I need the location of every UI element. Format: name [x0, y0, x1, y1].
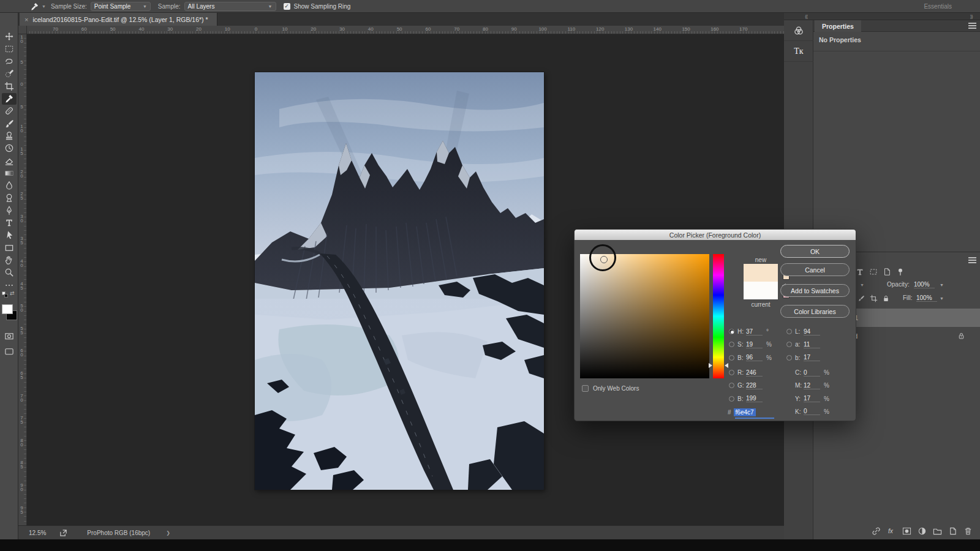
hue-slider-handle-right[interactable]	[725, 363, 728, 368]
sample-dropdown[interactable]: All Layers▼	[184, 2, 276, 11]
foreground-color-swatch[interactable]	[2, 304, 13, 314]
tool-history-brush[interactable]	[2, 143, 17, 154]
field-value[interactable]: 37	[746, 328, 763, 335]
blend-mode-chevron-icon[interactable]: ▼	[860, 283, 864, 287]
tab-properties[interactable]: Properties	[815, 20, 861, 32]
panel-menu-icon[interactable]	[968, 23, 976, 29]
tool-eyedropper[interactable]	[2, 93, 17, 105]
current-color-swatch[interactable]	[744, 282, 778, 299]
tool-path-select[interactable]	[2, 230, 17, 241]
tool-dodge[interactable]	[2, 192, 17, 204]
filter-shape-icon[interactable]	[869, 268, 878, 276]
opacity-chevron-icon[interactable]: ▼	[940, 283, 944, 287]
color-picker-cursor[interactable]	[600, 256, 608, 263]
field-value[interactable]: 12	[804, 382, 820, 389]
cancel-button[interactable]: Cancel	[780, 263, 850, 276]
zoom-level-field[interactable]: 12.5%	[29, 530, 46, 536]
tool-ellipsis[interactable]	[2, 279, 17, 291]
lock-image-icon[interactable]	[858, 294, 865, 302]
filter-smart-object-icon[interactable]	[883, 268, 891, 276]
fill-chevron-icon[interactable]: ▼	[940, 296, 944, 301]
tool-shape-rect[interactable]	[2, 242, 17, 253]
show-sampling-ring-checkbox[interactable]: ✓	[284, 3, 290, 10]
tool-marquee[interactable]	[2, 43, 17, 54]
field-value[interactable]: 19	[746, 341, 763, 348]
color-wheel-panel-icon[interactable]	[784, 20, 813, 41]
opacity-value[interactable]: 100%	[914, 281, 935, 288]
radio-g[interactable]	[729, 383, 734, 388]
chevron-down-icon[interactable]: ▼	[42, 4, 46, 9]
sample-size-dropdown[interactable]: Point Sample▼	[91, 2, 151, 11]
radio-r[interactable]	[729, 370, 734, 375]
only-web-colors-checkbox[interactable]	[582, 385, 589, 392]
tool-clone-stamp[interactable]	[2, 130, 17, 141]
document-image[interactable]	[255, 72, 544, 490]
field-value[interactable]: 199	[746, 395, 763, 402]
new-layer-icon[interactable]	[948, 527, 957, 536]
radio-l[interactable]	[786, 329, 792, 334]
tool-pen[interactable]	[2, 204, 17, 216]
tool-screen-mode[interactable]	[2, 345, 17, 357]
field-value[interactable]: 96	[746, 354, 763, 361]
tool-crop[interactable]	[2, 80, 17, 92]
status-chevron-icon[interactable]: ❯	[166, 530, 170, 536]
field-value[interactable]: 228	[746, 382, 763, 389]
radio-h[interactable]	[729, 329, 734, 334]
add-to-swatches-button[interactable]: Add to Swatches	[780, 284, 850, 297]
hue-slider-handle-left[interactable]	[709, 363, 712, 368]
document-profile[interactable]: ProPhoto RGB (16bpc)	[87, 530, 150, 536]
saturation-brightness-field[interactable]	[580, 254, 709, 378]
expand-panels-icon[interactable]: ⟩⟩	[970, 14, 973, 20]
tool-move[interactable]	[2, 31, 17, 42]
tool-blur[interactable]	[2, 180, 17, 192]
new-adjustment-layer-icon[interactable]	[918, 527, 927, 536]
workspace-switcher[interactable]: Essentials	[919, 2, 957, 11]
layer-locked-icon[interactable]	[957, 332, 965, 340]
tool-lasso[interactable]	[2, 56, 17, 67]
horizontal-ruler[interactable]: 7060504030201001020304050607080901001101…	[27, 26, 784, 34]
new-group-icon[interactable]	[933, 527, 942, 536]
tool-eraser[interactable]	[2, 155, 17, 167]
tool-zoom[interactable]	[2, 267, 17, 279]
hue-slider[interactable]	[713, 254, 724, 378]
hex-input[interactable]: f6e4c7	[734, 408, 756, 416]
filter-type-icon[interactable]	[856, 268, 864, 276]
field-value[interactable]: 246	[746, 369, 763, 377]
delete-layer-icon[interactable]	[963, 527, 973, 536]
radio-b[interactable]	[729, 396, 734, 402]
layer-style-fx-icon[interactable]: fx	[887, 527, 896, 536]
radio-a[interactable]	[786, 342, 792, 347]
tool-quick-mask[interactable]	[2, 330, 17, 342]
field-value[interactable]: 94	[804, 328, 820, 335]
lock-all-icon[interactable]	[882, 294, 890, 302]
tool-quick-select[interactable]	[2, 68, 17, 80]
radio-b[interactable]	[786, 355, 792, 361]
collapse-panels-icon[interactable]: ⟨⟨	[805, 14, 807, 20]
swap-colors-icon[interactable]: ⇄	[10, 290, 15, 296]
ok-button[interactable]: OK	[780, 245, 850, 258]
lock-position-icon[interactable]	[870, 294, 878, 302]
document-tab[interactable]: × iceland20160815-Pano-Edit.tif @ 12.5% …	[20, 13, 217, 26]
tool-healing[interactable]	[2, 105, 17, 117]
vertical-ruler[interactable]: 1 05051 01 52 02 53 03 54 04 55 05 56 06…	[18, 34, 27, 525]
close-tab-icon[interactable]: ×	[24, 16, 28, 23]
field-value[interactable]: 17	[804, 395, 820, 402]
field-value[interactable]: 0	[804, 369, 820, 377]
filter-pin-icon[interactable]	[896, 268, 905, 276]
color-libraries-button[interactable]: Color Libraries	[780, 305, 850, 318]
eyedropper-tool-preset-icon[interactable]	[28, 1, 40, 11]
field-value[interactable]: 0	[804, 408, 820, 415]
tool-brush[interactable]	[2, 118, 17, 129]
dialog-title-bar[interactable]: Color Picker (Foreground Color)	[575, 230, 856, 240]
fill-value[interactable]: 100%	[916, 294, 937, 302]
radio-s[interactable]	[729, 342, 734, 347]
field-value[interactable]: 11	[804, 341, 820, 348]
layers-panel-menu-icon[interactable]	[968, 257, 976, 263]
radio-b[interactable]	[729, 355, 734, 361]
tk-panel-icon[interactable]: Tк	[784, 41, 813, 62]
add-layer-mask-icon[interactable]	[902, 527, 911, 536]
tool-hand[interactable]	[2, 254, 17, 266]
share-icon[interactable]	[59, 529, 67, 537]
field-value[interactable]: 17	[804, 354, 820, 361]
tool-type[interactable]	[2, 217, 17, 229]
